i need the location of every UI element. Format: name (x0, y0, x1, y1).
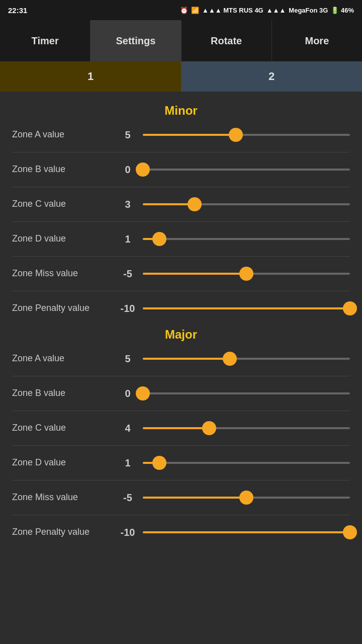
slider-fill (143, 203, 195, 205)
slider-fill (143, 531, 350, 533)
slider-container[interactable] (143, 234, 350, 244)
slider-track (143, 238, 350, 240)
tab-settings[interactable]: Settings (90, 20, 181, 61)
zone-row: Zone B value0 (12, 157, 350, 182)
content-area: Minor Zone A value5Zone B value0Zone C v… (0, 92, 362, 644)
slider-thumb[interactable] (229, 128, 243, 142)
zone-row: Zone B value0 (12, 381, 350, 406)
tab-rotate[interactable]: Rotate (182, 20, 272, 61)
slider-container[interactable] (143, 493, 350, 503)
major-section-title: Major (12, 328, 350, 342)
zone-label: Zone B value (12, 164, 113, 175)
major-zones: Zone A value5Zone B value0Zone C value4Z… (12, 347, 350, 544)
slider-track (143, 307, 350, 309)
zone-row: Zone A value5 (12, 123, 350, 147)
slider-thumb[interactable] (343, 525, 357, 539)
minor-zones: Zone A value5Zone B value0Zone C value3Z… (12, 123, 350, 320)
zone-label: Zone D value (12, 457, 113, 468)
slider-track (143, 203, 350, 205)
slider-container[interactable] (143, 354, 350, 364)
slider-track (143, 462, 350, 464)
zone-value: -5 (113, 268, 143, 280)
slider-container[interactable] (143, 527, 350, 537)
zone-label: Zone B value (12, 387, 113, 399)
slider-thumb[interactable] (188, 197, 202, 211)
slider-thumb[interactable] (202, 421, 216, 435)
zone-row: Zone A value5 (12, 347, 350, 371)
slider-container[interactable] (143, 165, 350, 175)
slider-thumb[interactable] (223, 352, 237, 366)
slider-thumb[interactable] (136, 386, 150, 400)
zone-row: Zone Miss value-5 (12, 262, 350, 286)
slider-track (143, 134, 350, 136)
zone-label: Zone D value (12, 233, 113, 245)
slider-container[interactable] (143, 269, 350, 279)
zone-value: 5 (113, 129, 143, 141)
sub-tab-2[interactable]: 2 (181, 61, 362, 92)
wifi-icon: 📶 (191, 7, 199, 14)
zone-value: 3 (113, 199, 143, 210)
slider-fill (143, 497, 246, 499)
zone-label: Zone Penalty value (12, 302, 113, 314)
slider-container[interactable] (143, 199, 350, 209)
zone-label: Zone Miss value (12, 492, 113, 503)
zone-label: Zone C value (12, 422, 113, 434)
slider-container[interactable] (143, 303, 350, 313)
slider-thumb[interactable] (239, 267, 253, 281)
zone-value: 1 (113, 457, 143, 469)
zone-row: Zone Miss value-5 (12, 486, 350, 510)
slider-thumb[interactable] (152, 232, 166, 246)
slider-container[interactable] (143, 423, 350, 433)
slider-thumb[interactable] (136, 163, 150, 177)
zone-label: Zone A value (12, 353, 113, 364)
status-bar: 22:31 ⏰ 📶 ▲▲▲ MTS RUS 4G ▲▲▲ MegaFon 3G … (0, 0, 362, 20)
status-icons: ⏰ 📶 ▲▲▲ MTS RUS 4G ▲▲▲ MegaFon 3G 🔋 46% (180, 7, 354, 14)
slider-thumb[interactable] (343, 301, 357, 315)
slider-fill (143, 307, 350, 309)
carrier2: MegaFon 3G (289, 7, 328, 14)
tab-timer[interactable]: Timer (0, 20, 90, 61)
zone-row: Zone C value3 (12, 192, 350, 216)
zone-value: -10 (113, 303, 143, 314)
zone-value: -5 (113, 492, 143, 504)
slider-track (143, 169, 350, 171)
slider-container[interactable] (143, 458, 350, 468)
zone-row: Zone Penalty value-10 (12, 296, 350, 320)
zone-row: Zone D value1 (12, 227, 350, 251)
slider-container[interactable] (143, 388, 350, 398)
zone-row: Zone Penalty value-10 (12, 520, 350, 544)
zone-label: Zone Miss value (12, 268, 113, 279)
slider-thumb[interactable] (152, 456, 166, 470)
slider-fill (143, 273, 246, 275)
battery-icon: 🔋 46% (331, 7, 354, 14)
slider-fill (143, 427, 209, 429)
alarm-icon: ⏰ (180, 7, 188, 14)
slider-fill (143, 358, 230, 360)
minor-section-title: Minor (12, 104, 350, 118)
slider-track (143, 531, 350, 533)
zone-value: 5 (113, 353, 143, 365)
slider-thumb[interactable] (239, 491, 253, 505)
slider-fill (143, 134, 236, 136)
slider-track (143, 497, 350, 499)
zone-label: Zone A value (12, 129, 113, 140)
slider-container[interactable] (143, 130, 350, 140)
slider-track (143, 273, 350, 275)
carrier1: ▲▲▲ MTS RUS 4G (202, 7, 263, 14)
zone-label: Zone Penalty value (12, 526, 113, 538)
zone-value: -10 (113, 527, 143, 538)
status-time: 22:31 (8, 6, 27, 15)
sub-tabs: 1 2 (0, 61, 362, 92)
zone-value: 4 (113, 423, 143, 434)
slider-track (143, 392, 350, 394)
zone-value: 1 (113, 233, 143, 245)
tab-bar: Timer Settings Rotate More (0, 20, 362, 61)
zone-label: Zone C value (12, 198, 113, 210)
slider-track (143, 427, 350, 429)
zone-row: Zone D value1 (12, 451, 350, 475)
signal-icon: ▲▲▲ (266, 7, 286, 14)
slider-track (143, 358, 350, 360)
sub-tab-1[interactable]: 1 (0, 61, 181, 92)
tab-more[interactable]: More (272, 20, 362, 61)
zone-row: Zone C value4 (12, 416, 350, 440)
